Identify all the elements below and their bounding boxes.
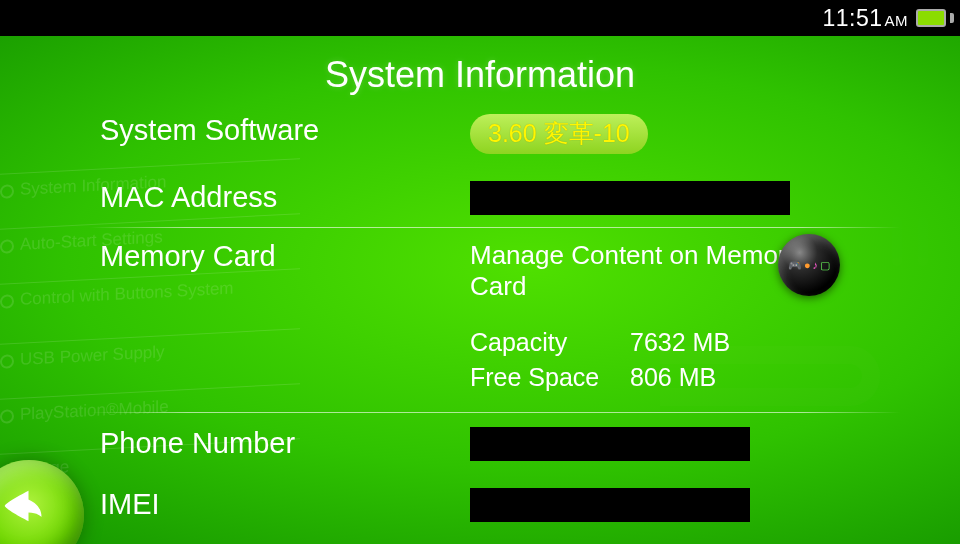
battery-icon <box>916 9 950 27</box>
row-mac-address: MAC Address <box>100 167 870 228</box>
clock-time: 11:51 <box>822 5 882 31</box>
capacity-row: Capacity 7632 MB <box>470 325 870 360</box>
screen: System Information Auto-Start Settings C… <box>0 36 960 544</box>
value-system-software: 3.60 変革-10 <box>470 114 870 154</box>
redacted-phone <box>470 427 750 461</box>
row-memory-card: Memory Card Manage Content on Memory Car… <box>100 228 870 412</box>
label-phone-number: Phone Number <box>100 427 470 460</box>
value-mac-address <box>470 181 870 215</box>
value-phone-number <box>470 427 870 461</box>
value-imei <box>470 488 870 522</box>
manage-content-link[interactable]: Manage Content on Memory Card <box>470 240 800 302</box>
software-version-pill: 3.60 変革-10 <box>470 114 648 154</box>
clock: 11:51AM <box>822 5 908 32</box>
freespace-value: 806 MB <box>630 360 716 395</box>
status-bar: 11:51AM <box>0 0 960 36</box>
label-system-software: System Software <box>100 114 470 147</box>
label-memory-card: Memory Card <box>100 240 470 273</box>
content: System Software 3.60 変革-10 MAC Address M… <box>0 100 960 532</box>
row-imei: IMEI <box>100 474 870 532</box>
clock-ampm: AM <box>885 12 909 29</box>
page-title: System Information <box>0 36 960 100</box>
label-mac-address: MAC Address <box>100 181 470 214</box>
redacted-imei <box>470 488 750 522</box>
label-imei: IMEI <box>100 488 470 521</box>
redacted-mac <box>470 181 790 215</box>
row-phone-number: Phone Number <box>100 413 870 474</box>
capacity-value: 7632 MB <box>630 325 730 360</box>
freespace-row: Free Space 806 MB <box>470 360 870 395</box>
row-system-software: System Software 3.60 変革-10 <box>100 100 870 167</box>
content-manager-icon[interactable]: 🎮●♪▢ <box>778 234 840 296</box>
capacity-label: Capacity <box>470 325 630 360</box>
back-arrow-icon <box>0 480 48 532</box>
freespace-label: Free Space <box>470 360 630 395</box>
